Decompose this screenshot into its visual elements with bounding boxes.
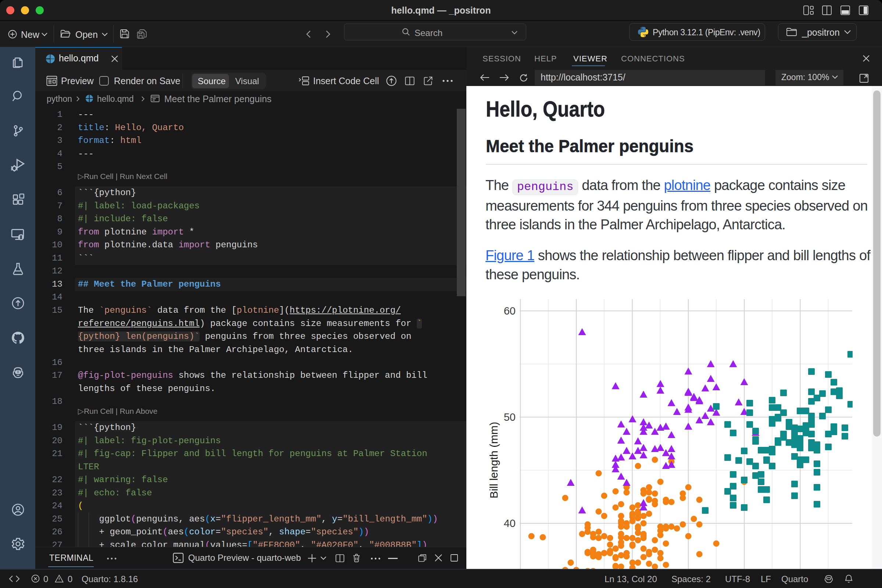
svg-text:Bill length (mm): Bill length (mm) xyxy=(488,422,500,498)
svg-text:60: 60 xyxy=(504,305,516,317)
svg-text:50: 50 xyxy=(504,411,516,423)
svg-text:40: 40 xyxy=(504,518,516,529)
